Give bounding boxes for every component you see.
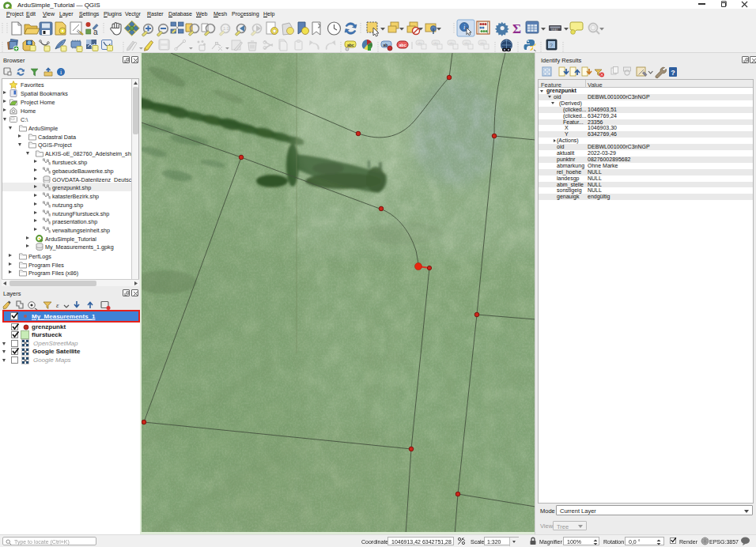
svg-text:?: ?	[671, 69, 675, 77]
svg-text:?: ?	[550, 43, 553, 48]
svg-text:abc: abc	[347, 43, 354, 47]
svg-text:ab: ab	[384, 43, 388, 47]
svg-text:MEAS: MEAS	[551, 28, 558, 32]
svg-text:a: a	[93, 28, 98, 36]
svg-text:Σ: Σ	[512, 21, 521, 36]
svg-text:i: i	[463, 24, 465, 31]
svg-text:abc: abc	[399, 43, 406, 47]
svg-text:ε: ε	[56, 301, 59, 309]
svg-text:1:1: 1:1	[223, 26, 229, 31]
